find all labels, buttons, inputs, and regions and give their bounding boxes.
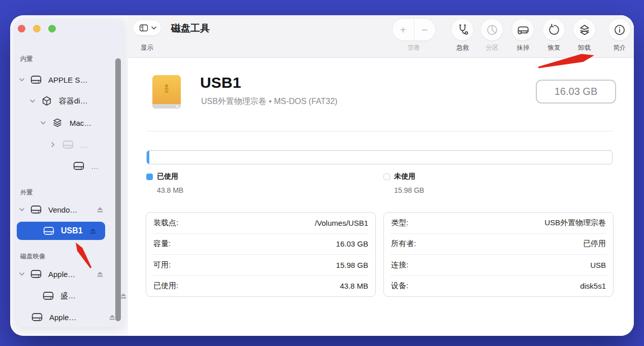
disk-icon — [43, 225, 54, 236]
unmount-label: 卸载 — [568, 44, 601, 52]
info-button[interactable] — [608, 19, 630, 41]
app-title: 磁盘工具 — [171, 22, 210, 35]
main-area: 显示 磁盘工具 + − 宗卷 急救 分区 抹掉 — [128, 15, 634, 336]
disk-icon — [62, 139, 74, 150]
header-divider — [146, 131, 614, 131]
detail-value: 已停用 — [583, 239, 606, 249]
legend-used: 已使用 43.8 MB — [146, 172, 183, 194]
info-icon — [613, 23, 626, 37]
toggle-sidebar-button[interactable] — [133, 20, 161, 36]
usb-drive-icon — [152, 75, 181, 109]
erase-disk-icon — [517, 23, 530, 37]
disk-icon — [30, 204, 42, 215]
legend-free: 未使用 15.98 GB — [383, 172, 424, 194]
detail-row-device: 设备: disk5s1 — [390, 275, 607, 297]
minimize-button[interactable] — [33, 25, 41, 32]
detail-row-mount-point: 装载点: /Volumes/USB1 — [152, 213, 369, 233]
chevron-down-icon[interactable] — [19, 78, 25, 82]
detail-value: 15.98 GB — [336, 261, 368, 269]
stethoscope-icon — [456, 23, 469, 37]
detail-row-type: 类型: USB外置物理宗卷 — [390, 213, 607, 233]
sidebar-item-usb1-selected[interactable]: USB1 — [17, 222, 105, 240]
disk-icon — [73, 160, 84, 171]
sidebar-item-label: USB1 — [61, 226, 83, 235]
chevron-down-icon[interactable] — [30, 99, 36, 103]
unmount-button[interactable] — [573, 19, 595, 41]
free-value: 15.98 GB — [394, 186, 424, 194]
detail-label: 所有者: — [391, 239, 416, 249]
sidebar-item-vendor-disk[interactable]: Vendo… — [15, 202, 128, 217]
sidebar-item-label: 容器di… — [59, 96, 88, 106]
sidebar-item-label: … — [91, 162, 99, 170]
chevron-right-icon[interactable] — [51, 143, 57, 147]
detail-label: 装载点: — [153, 218, 178, 228]
zoom-button[interactable] — [48, 25, 56, 32]
sidebar-item-apple-image-2[interactable]: Apple… — [15, 310, 141, 324]
volume-layers-icon — [52, 117, 63, 128]
sidebar-scrollbar[interactable] — [115, 58, 121, 321]
detail-row-owner: 所有者: 已停用 — [390, 233, 607, 255]
usb-symbol — [160, 79, 173, 99]
disk-icon — [43, 290, 54, 301]
sidebar-item-label: APPLE S… — [48, 76, 88, 84]
chevron-down-icon[interactable] — [19, 272, 25, 276]
eject-icon[interactable] — [120, 292, 127, 299]
chevron-down-icon[interactable] — [19, 207, 25, 212]
toolbar: 显示 磁盘工具 + − 宗卷 急救 分区 抹掉 — [128, 15, 634, 58]
restore-label: 恢复 — [538, 44, 570, 52]
usage-bar-used — [147, 151, 149, 164]
detail-label: 连接: — [391, 260, 408, 270]
erase-button[interactable] — [512, 19, 534, 41]
eject-icon[interactable] — [89, 227, 96, 234]
detail-value: disk5s1 — [580, 282, 606, 290]
sidebar-item-apple-image[interactable]: Apple… — [15, 267, 128, 281]
volume-group-label: 宗卷 — [398, 44, 430, 52]
chevron-down-icon[interactable] — [41, 121, 47, 125]
details-card-left: 装载点: /Volumes/USB1 容量: 16.03 GB 可用: 15.9… — [146, 212, 376, 297]
detail-label: 设备: — [391, 281, 408, 291]
detail-value: USB — [590, 261, 606, 269]
sidebar-icon — [138, 23, 149, 32]
add-volume-button: + — [393, 19, 414, 41]
chevron-down-icon — [151, 26, 156, 30]
sidebar-item-label: Apple… — [48, 270, 75, 279]
usage-bar — [146, 150, 613, 164]
eject-stack-icon — [578, 23, 591, 37]
eject-icon[interactable] — [109, 314, 116, 321]
restore-button[interactable] — [543, 19, 565, 41]
usb-drive-icon-base — [152, 104, 181, 109]
eject-icon[interactable] — [96, 206, 104, 213]
disk-icon — [30, 74, 42, 85]
detail-value: USB外置物理宗卷 — [544, 218, 606, 228]
sidebar-item-label: Mac… — [70, 119, 91, 127]
detail-label: 类型: — [391, 218, 408, 228]
partition-label: 分区 — [476, 44, 508, 52]
disk-icon — [31, 312, 43, 323]
detail-row-connection: 连接: USB — [390, 254, 607, 275]
free-swatch — [383, 174, 390, 180]
used-value: 43.8 MB — [157, 186, 183, 194]
details-card-right: 类型: USB外置物理宗卷 所有者: 已停用 连接: USB 设备: disk5… — [383, 212, 614, 297]
erase-label: 抹掉 — [507, 44, 539, 52]
detail-value: /Volumes/USB1 — [315, 219, 368, 227]
free-label: 未使用 — [394, 172, 415, 181]
sidebar-section-disk-images: 磁盘映像 — [20, 252, 45, 261]
capacity-badge: 16.03 GB — [536, 80, 616, 103]
disk-utility-window: 内置 APPLE S… 容器di… Mac… … — [10, 15, 634, 336]
sidebar-item-label: Apple… — [49, 313, 76, 322]
close-button[interactable] — [18, 25, 25, 32]
sidebar-item-apple-ssd[interactable]: APPLE S… — [15, 73, 128, 87]
sidebar: 内置 APPLE S… 容器di… Mac… … — [15, 19, 124, 327]
detail-value: 16.03 GB — [336, 239, 368, 248]
sidebar-section-internal: 内置 — [20, 55, 33, 63]
sidebar-item-label: … — [80, 141, 88, 149]
info-label: 简介 — [603, 44, 634, 52]
sidebar-item-label: Vendo… — [48, 205, 78, 214]
restore-icon — [548, 23, 561, 37]
traffic-lights — [18, 25, 63, 32]
pie-icon — [486, 23, 499, 37]
eject-icon[interactable] — [96, 270, 104, 278]
first-aid-button[interactable] — [452, 19, 473, 41]
detail-row-used: 已使用: 43.8 MB — [152, 275, 369, 297]
detail-label: 容量: — [153, 239, 171, 249]
